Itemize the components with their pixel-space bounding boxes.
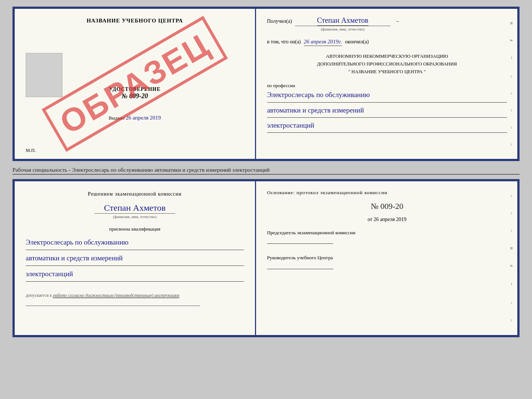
fio-subtitle: (фамилия, имя, отчество) [295, 26, 391, 31]
received-label: Получил(а) [267, 18, 292, 24]
bottom-left-panel: Решением экаменационной комиссии Степан … [15, 181, 256, 335]
prof-line2: автоматики и средств измерений [267, 104, 507, 118]
bottom-person-block: Степан Ахметов (фамилия, имя, отчество) [26, 202, 244, 220]
chairman-title: Председатель экзаменационной комиссии [267, 229, 507, 236]
center-director-title: Руководитель учебного Центра [267, 254, 507, 261]
bottom-right-panel: Основание: протокол экзаменационной коми… [256, 181, 517, 335]
issued-label: Выдано [109, 115, 125, 121]
completed-date: 26 апреля 2019г. [304, 39, 342, 46]
chairman-signature-line [267, 236, 333, 244]
allowed-italic: работе согласно должностным (производств… [53, 293, 179, 298]
recipient-name: Степан Ахметов [317, 16, 369, 26]
org-block: АВТОНОМНУЮ НЕКОММЕРЧЕСКУЮ ОРГАНИЗАЦИЮ ДО… [267, 53, 507, 75]
specialty-text: Рабочая специальность - Электрослесарь п… [12, 165, 520, 175]
assigned-label: присвоена квалификация [26, 226, 244, 232]
prof-line1: Электрослесарь по обслуживанию [267, 89, 507, 102]
profession-block: по профессии Электрослесарь по обслужива… [267, 83, 507, 134]
received-row: Получил(а) Степан Ахметов (фамилия, имя,… [267, 16, 507, 31]
profession-text: Электрослесарь по обслуживанию автоматик… [267, 89, 507, 133]
allowed-block: допускается к работе согласно должностны… [26, 293, 244, 298]
date-row: в том, что он(а) 26 апреля 2019г. окончи… [267, 39, 507, 46]
certificate-number: № 009-20 [109, 92, 161, 100]
photo-placeholder [26, 53, 62, 97]
bottom-fio-subtitle: (фамилия, имя, отчество) [94, 213, 175, 219]
side-marks-top: и а ← – – – – – [509, 9, 514, 159]
top-document: НАЗВАНИЕ УЧЕБНОГО ЦЕНТРА УДОСТОВЕРЕНИЕ №… [12, 7, 520, 161]
org-line2: ДОПОЛНИТЕЛЬНОГО ПРОФЕССИОНАЛЬНОГО ОБРАЗО… [267, 60, 507, 68]
allowed-label: допускается к [26, 293, 52, 298]
prof-line3: электростанций [267, 119, 507, 133]
director-signature-line [267, 262, 333, 269]
profession-label: по профессии [267, 83, 507, 89]
top-training-center-name: НАЗВАНИЕ УЧЕБНОГО ЦЕНТРА [87, 18, 183, 24]
completed-label: окончил(а) [345, 39, 369, 45]
org-line3: " НАЗВАНИЕ УЧЕБНОГО ЦЕНТРА " [267, 68, 507, 76]
mp-label: М.П. [26, 147, 36, 153]
top-right-panel: Получил(а) Степан Ахметов (фамилия, имя,… [256, 9, 517, 159]
basis-label: Основание: протокол экзаменационной коми… [267, 189, 507, 197]
in-the-fact: в том, что он(а) [267, 39, 301, 45]
protocol-date: от 26 апреля 2019 [267, 215, 507, 224]
certificate-title: УДОСТОВЕРЕНИЕ [109, 86, 161, 92]
director-block: Руководитель учебного Центра [267, 254, 507, 272]
issued-date: Выдано 26 апреля 2019 [109, 115, 161, 121]
recipient-block: Степан Ахметов (фамилия, имя, отчество) [295, 16, 391, 31]
qualification-text: Электрослесарь по обслуживанию автоматик… [26, 236, 244, 283]
protocol-date-value: 26 апреля 2019 [374, 217, 406, 222]
side-marks-bottom: – – – и а ← – – [509, 181, 514, 335]
bottom-left-underline [26, 306, 200, 306]
top-left-panel: НАЗВАНИЕ УЧЕБНОГО ЦЕНТРА УДОСТОВЕРЕНИЕ №… [15, 9, 256, 159]
qual-line1: Электрослесарь по обслуживанию [26, 236, 244, 250]
qual-line2: автоматики и средств измерений [26, 252, 244, 266]
issued-date-value: 26 апреля 2019 [126, 115, 161, 121]
commission-title: Решением экаменационной комиссии [26, 190, 244, 198]
bottom-document: Решением экаменационной комиссии Степан … [12, 179, 520, 337]
protocol-number: № 009-20 [267, 199, 507, 213]
chairman-block: Председатель экзаменационной комиссии [267, 229, 507, 247]
bottom-person-name: Степан Ахметов [26, 203, 244, 213]
qual-line3: электростанций [26, 267, 244, 282]
org-line1: АВТОНОМНУЮ НЕКОММЕРЧЕСКУЮ ОРГАНИЗАЦИЮ [267, 53, 507, 60]
date-prefix: от [368, 217, 373, 222]
